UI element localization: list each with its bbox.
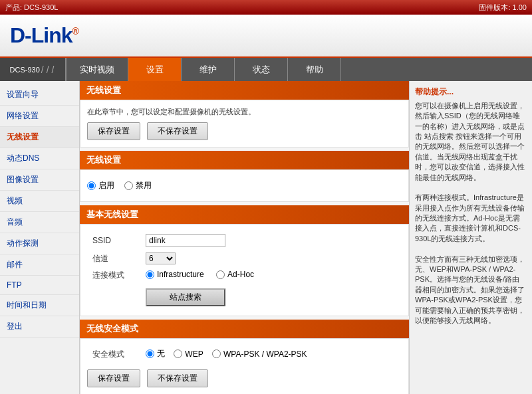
content-area: 无线设置 在此章节中，您可以设定和配置摄像机的无线设置。 保存设置 不保存设置 …: [80, 81, 409, 394]
basic-section-header: 基本无线设置: [80, 205, 409, 224]
help-panel: 帮助提示... 您可以在摄像机上启用无线设置，然后输入SSID（您的无线网络唯一…: [409, 81, 532, 394]
disable-label: 禁用: [136, 180, 152, 191]
infrastructure-radio[interactable]: [146, 270, 154, 279]
security-form-table: 安全模式 无 WEP WPA-PSK / WPA2-PSK: [87, 345, 402, 363]
security-section-header: 无线安全模式: [80, 320, 409, 338]
wireless-section-header: 无线设置: [80, 151, 409, 169]
adhoc-radio[interactable]: [216, 270, 225, 279]
tab-help[interactable]: 帮助: [288, 58, 341, 81]
wireless-enable-section: 启用 禁用: [80, 169, 409, 202]
page-title-header: 无线设置: [80, 81, 409, 100]
security-mode-row: 安全模式 无 WEP WPA-PSK / WPA2-PSK: [87, 345, 402, 363]
sidebar-item-video[interactable]: 视频: [0, 191, 79, 212]
firmware-label: 固件版本: 1.00: [479, 3, 527, 13]
disable-radio-label[interactable]: 禁用: [124, 180, 152, 191]
tab-realtime[interactable]: 实时视频: [66, 58, 128, 81]
nosave-button-top[interactable]: 不保存设置: [147, 122, 208, 140]
adhoc-radio-label[interactable]: Ad-Hoc: [216, 270, 254, 279]
header: D-Link®: [0, 15, 532, 58]
security-section: 安全模式 无 WEP WPA-PSK / WPA2-PSK: [80, 338, 409, 394]
tab-settings[interactable]: 设置: [128, 58, 182, 81]
help-content: 您可以在摄像机上启用无线设置，然后输入SSID（您的无线网络唯一的名称）进入无线…: [415, 101, 527, 326]
enable-radio-label[interactable]: 启用: [87, 180, 114, 191]
sidebar: 设置向导 网络设置 无线设置 动态DNS 图像设置 视频 音频 动作探测 邮件 …: [0, 81, 80, 394]
sidebar-item-motion[interactable]: 动作探测: [0, 233, 79, 254]
product-label: 产品: DCS-930L: [5, 3, 58, 13]
logo-reg: ®: [72, 26, 78, 37]
help-text-2: 有两种连接模式。Infrastructure是采用接入点作为所有无线设备传输的无…: [415, 193, 525, 243]
enable-label: 启用: [98, 180, 114, 191]
none-label: 无: [157, 348, 165, 359]
help-title: 帮助提示...: [415, 86, 527, 98]
wep-radio-label[interactable]: WEP: [174, 349, 203, 359]
sidebar-item-wireless[interactable]: 无线设置: [0, 127, 79, 148]
main-layout: 设置向导 网络设置 无线设置 动态DNS 图像设置 视频 音频 动作探测 邮件 …: [0, 81, 532, 394]
none-radio-label[interactable]: 无: [146, 348, 165, 359]
save-button-bottom[interactable]: 保存设置: [87, 369, 140, 387]
model-tab: DCS-930 / / /: [0, 58, 66, 81]
save-button-top[interactable]: 保存设置: [87, 122, 140, 140]
basic-form-table: SSID 信道 6 12345 7891011: [87, 231, 402, 309]
top-btn-row: 保存设置 不保存设置: [87, 122, 402, 140]
site-search-row: 站点搜索: [87, 284, 402, 309]
infrastructure-radio-label[interactable]: Infrastructure: [146, 270, 204, 279]
connect-mode-label: 连接模式: [87, 267, 140, 284]
wpa-radio[interactable]: [212, 349, 221, 358]
sidebar-item-audio[interactable]: 音频: [0, 212, 79, 233]
sidebar-item-datetime[interactable]: 时间和日期: [0, 295, 79, 316]
sidebar-item-ftp[interactable]: FTP: [0, 276, 79, 295]
logo: D-Link®: [10, 23, 78, 48]
nosave-button-bottom[interactable]: 不保存设置: [147, 369, 208, 387]
tab-maintenance[interactable]: 维护: [182, 58, 235, 81]
infrastructure-label: Infrastructure: [157, 270, 204, 279]
ssid-label: SSID: [87, 231, 140, 250]
wireless-section-title: 无线设置: [86, 155, 121, 165]
channel-select[interactable]: 6 12345 7891011: [146, 252, 176, 264]
sidebar-item-wizard[interactable]: 设置向导: [0, 84, 79, 106]
none-radio[interactable]: [146, 349, 154, 358]
wep-radio[interactable]: [174, 349, 182, 358]
page-desc: 在此章节中，您可以设定和配置摄像机的无线设置。: [87, 107, 402, 117]
channel-row: 信道 6 12345 7891011: [87, 250, 402, 267]
security-label: 安全模式: [87, 345, 140, 363]
sidebar-item-mail[interactable]: 邮件: [0, 254, 79, 276]
wep-label: WEP: [185, 349, 203, 359]
basic-section-title: 基本无线设置: [86, 209, 138, 219]
sidebar-item-logout[interactable]: 登出: [0, 316, 79, 338]
slash3: /: [52, 64, 55, 75]
slash1: /: [41, 64, 44, 75]
channel-label: 信道: [87, 250, 140, 267]
basic-settings-section: SSID 信道 6 12345 7891011: [80, 224, 409, 316]
sidebar-item-ddns[interactable]: 动态DNS: [0, 148, 79, 169]
tab-status[interactable]: 状态: [235, 58, 288, 81]
adhoc-label: Ad-Hoc: [227, 270, 254, 279]
sidebar-item-network[interactable]: 网络设置: [0, 106, 79, 127]
ssid-row: SSID: [87, 231, 402, 250]
help-text-1: 您可以在摄像机上启用无线设置，然后输入SSID（您的无线网络唯一的名称）进入无线…: [415, 102, 525, 181]
help-text-3: 安全性方面有三种无线加密选项，无、WEP和WPA-PSK / WPA2-PSK。…: [415, 255, 525, 324]
nav-tabs: DCS-930 / / / 实时视频 设置 维护 状态 帮助: [0, 58, 532, 81]
wpa-radio-label[interactable]: WPA-PSK / WPA2-PSK: [212, 349, 307, 359]
page-title: 无线设置: [86, 85, 121, 95]
enable-radio[interactable]: [87, 181, 96, 190]
model-label: DCS-930: [10, 66, 40, 74]
page-intro-section: 在此章节中，您可以设定和配置摄像机的无线设置。 保存设置 不保存设置: [80, 100, 409, 148]
slash2: /: [47, 64, 49, 75]
security-section-title: 无线安全模式: [86, 324, 138, 334]
disable-radio[interactable]: [124, 181, 133, 190]
sidebar-item-image[interactable]: 图像设置: [0, 169, 79, 191]
enable-disable-row: 启用 禁用: [87, 177, 402, 195]
bottom-btn-row: 保存设置 不保存设置: [87, 369, 402, 387]
wpa-label: WPA-PSK / WPA2-PSK: [223, 349, 307, 359]
ssid-input[interactable]: [146, 234, 225, 247]
top-bar: 产品: DCS-930L 固件版本: 1.00: [0, 0, 532, 15]
connect-mode-row: 连接模式 Infrastructure Ad-Hoc: [87, 267, 402, 284]
site-search-button[interactable]: 站点搜索: [146, 288, 225, 306]
